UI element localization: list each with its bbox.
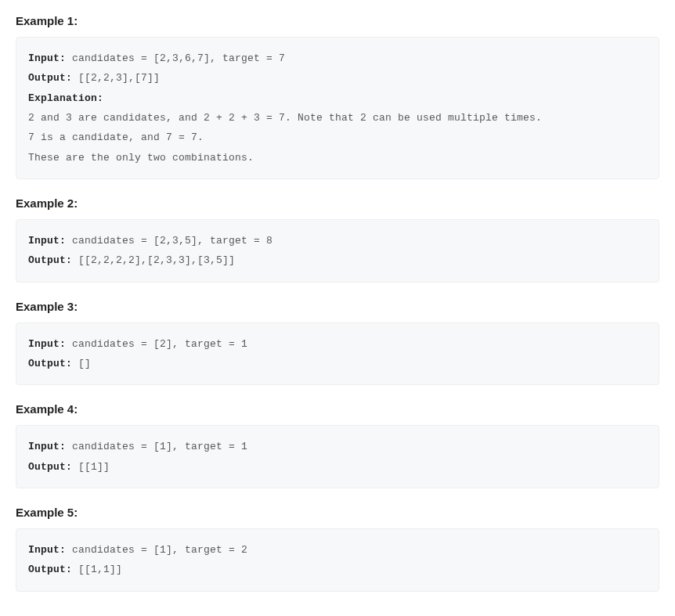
code-text: candidates = [1], target = 1 [66,441,247,452]
example-2-section: Example 2: Input: candidates = [2,3,5], … [16,196,659,283]
example-1-section: Example 1: Input: candidates = [2,3,6,7]… [16,14,659,179]
code-line: Explanation: [28,88,647,108]
code-line: Input: candidates = [1], target = 2 [28,540,647,560]
code-text: candidates = [2,3,6,7], target = 7 [66,52,285,64]
code-label: Input: [28,338,66,350]
code-label: Output: [28,254,72,266]
code-text: [[2,2,2,2],[2,3,3],[3,5]] [72,254,235,266]
code-line: Input: candidates = [2], target = 1 [28,334,647,354]
example-code-block: Input: candidates = [2,3,5], target = 8O… [16,219,659,283]
example-4-section: Example 4: Input: candidates = [1], targ… [16,402,659,488]
code-text: candidates = [2], target = 1 [66,338,247,350]
code-label: Output: [28,358,72,369]
code-text: These are the only two combinations. [28,152,254,164]
code-text: 2 and 3 are candidates, and 2 + 2 + 3 = … [28,112,542,124]
code-label: Output: [28,564,72,575]
example-code-block: Input: candidates = [2], target = 1Outpu… [16,322,659,386]
code-text: candidates = [1], target = 2 [66,544,247,556]
code-line: Output: [[1,1]] [28,560,647,579]
code-line: 7 is a candidate, and 7 = 7. [28,128,647,147]
example-heading: Example 3: [16,300,659,313]
code-line: Output: [[1]] [28,457,647,477]
code-label: Input: [28,52,66,64]
code-label: Explanation: [28,92,103,104]
code-line: Output: [[2,2,3],[7]] [28,68,647,88]
code-line: Output: [[2,2,2,2],[2,3,3],[3,5]] [28,250,647,270]
example-heading: Example 4: [16,402,659,416]
code-label: Input: [28,235,66,247]
example-5-section: Example 5: Input: candidates = [1], targ… [16,506,659,592]
code-text: [[2,2,3],[7]] [72,72,160,84]
code-line: Output: [] [28,354,647,373]
code-line: 2 and 3 are candidates, and 2 + 2 + 3 = … [28,108,647,128]
code-label: Input: [28,544,66,556]
code-label: Input: [28,441,66,452]
code-line: Input: candidates = [2,3,6,7], target = … [28,49,647,68]
code-line: Input: candidates = [2,3,5], target = 8 [28,231,647,250]
code-label: Output: [28,72,72,84]
code-text: candidates = [2,3,5], target = 8 [66,235,273,247]
example-heading: Example 1: [16,14,659,27]
code-text: [] [72,358,91,369]
example-heading: Example 5: [16,506,659,519]
example-code-block: Input: candidates = [1], target = 2Outpu… [16,528,659,592]
example-code-block: Input: candidates = [1], target = 1Outpu… [16,425,659,488]
example-heading: Example 2: [16,196,659,210]
example-3-section: Example 3: Input: candidates = [2], targ… [16,300,659,386]
code-text: [[1]] [72,461,110,473]
example-code-block: Input: candidates = [2,3,6,7], target = … [16,37,659,179]
code-text: 7 is a candidate, and 7 = 7. [28,131,204,143]
code-text: [[1,1]] [72,564,122,575]
code-label: Output: [28,461,72,473]
code-line: Input: candidates = [1], target = 1 [28,437,647,456]
code-line: These are the only two combinations. [28,148,647,168]
